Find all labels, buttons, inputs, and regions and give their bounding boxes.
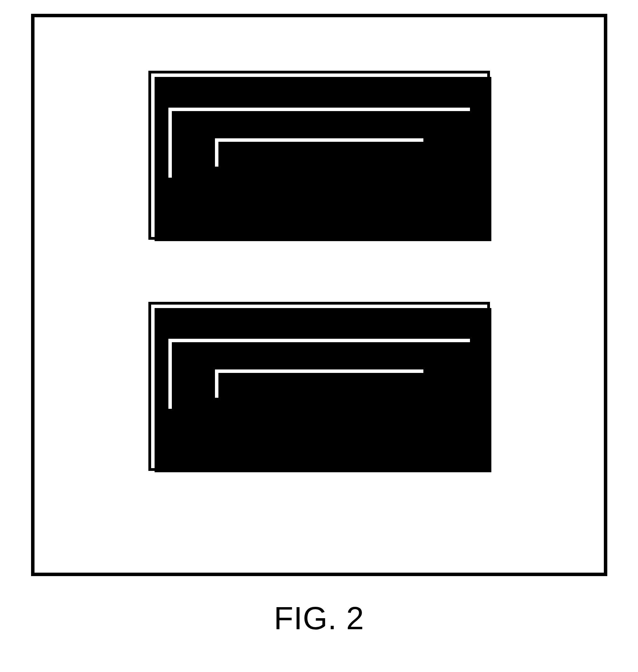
executable-code-block: Executable Code 156 Code Paths 152' Even… (148, 302, 490, 471)
code-block-title-text: Code (276, 78, 324, 100)
exec-error-inject-title: Error Inject(s) 180' (243, 429, 395, 451)
exec-code-paths-ref: 152' (354, 342, 390, 364)
code-paths-box: Code Paths 152 Event Macros 154 (166, 105, 473, 180)
exec-error-inject-box: Error Inject(s) 180' (166, 425, 473, 458)
code-paths-ref: 152 (356, 111, 388, 132)
event-macros-title: Event Macros 154 (244, 141, 394, 162)
code-block: Code 150 Code Paths 152 Event Macros 154 (148, 71, 490, 240)
error-inject-box: Error Inject(s) 180 (166, 194, 473, 227)
exec-code-paths-box: Code Paths 152' Event Macros 154' (166, 336, 473, 412)
error-inject-ref: 180 (362, 199, 393, 219)
exec-event-macros-ref: 154' (361, 373, 396, 393)
code-paths-label: Code Paths (250, 111, 351, 132)
exec-block-title-text: Executable Code (223, 309, 376, 332)
code-block-ref: 150 (329, 78, 363, 100)
figure-caption: FIG. 2 (274, 600, 364, 636)
exec-event-macros-title: Event Macros 154' (242, 372, 396, 394)
exec-event-macros-box: Event Macros 154' (212, 367, 426, 401)
exec-code-paths-label: Code Paths (248, 342, 349, 364)
outer-frame: Code 150 Code Paths 152 Event Macros 154 (31, 14, 607, 576)
exec-error-inject-label: Error Inject(s) (243, 430, 355, 451)
exec-event-macros-label: Event Macros (242, 373, 356, 393)
code-paths-title: Code Paths 152 (250, 110, 389, 133)
figure-page: Code 150 Code Paths 152 Event Macros 154 (0, 0, 638, 672)
event-macros-label: Event Macros (244, 141, 358, 162)
event-macros-box: Event Macros 154 (212, 136, 426, 169)
error-inject-label: Error Inject(s) (244, 199, 357, 219)
exec-code-paths-title: Code Paths 152' (248, 342, 390, 364)
event-macros-ref: 154 (363, 141, 394, 162)
error-inject-title: Error Inject(s) 180 (244, 198, 393, 220)
exec-block-ref: 156 (381, 309, 415, 332)
exec-error-inject-ref: 180' (361, 430, 395, 451)
code-block-title: Code 150 (276, 78, 363, 101)
exec-block-title: Executable Code 156 (223, 309, 415, 332)
